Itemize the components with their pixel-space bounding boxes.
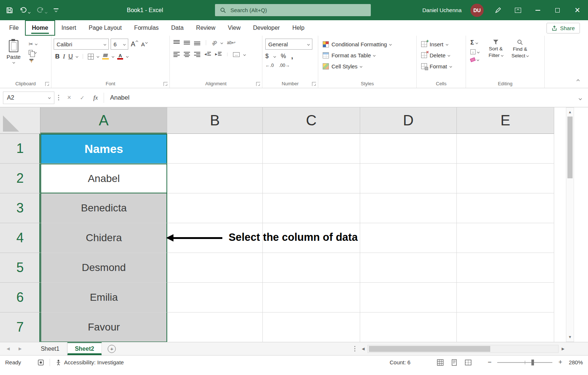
find-select-button[interactable]: Find & Select bbox=[508, 39, 532, 61]
increase-indent-button[interactable]: ▶ bbox=[215, 52, 222, 57]
row-header-6[interactable]: 6 bbox=[0, 283, 40, 312]
cell-C1[interactable] bbox=[263, 134, 360, 164]
column-header-D[interactable]: D bbox=[360, 107, 457, 134]
undo-button[interactable] bbox=[20, 7, 30, 13]
ribbon-tab-home[interactable]: Home bbox=[25, 20, 55, 36]
align-right-button[interactable] bbox=[194, 52, 200, 57]
maximize-button[interactable] bbox=[552, 5, 563, 16]
ribbon-tab-page-layout[interactable]: Page Layout bbox=[82, 20, 128, 36]
ribbon-tab-file[interactable]: File bbox=[3, 20, 25, 36]
ribbon-display-options-button[interactable] bbox=[512, 5, 523, 16]
cell-D7[interactable] bbox=[360, 312, 457, 342]
cut-button[interactable]: ✂ bbox=[29, 41, 37, 47]
ribbon-tab-insert[interactable]: Insert bbox=[55, 20, 82, 36]
cell-E7[interactable] bbox=[457, 312, 554, 342]
decrease-font-size-button[interactable]: A bbox=[140, 41, 148, 48]
row-header-4[interactable]: 4 bbox=[0, 223, 40, 253]
cell-A5[interactable]: Desmond bbox=[40, 253, 167, 283]
ribbon-tab-help[interactable]: Help bbox=[286, 20, 311, 36]
page-layout-view-button[interactable] bbox=[450, 358, 458, 367]
share-button[interactable]: Share bbox=[546, 23, 580, 33]
cell-E3[interactable] bbox=[457, 193, 554, 223]
horizontal-scrollbar-thumb[interactable] bbox=[369, 346, 490, 352]
column-header-C[interactable]: C bbox=[263, 107, 360, 134]
row-header-1[interactable]: 1 bbox=[0, 134, 40, 164]
cell-E4[interactable] bbox=[457, 223, 554, 253]
next-sheet-icon[interactable]: ▶ bbox=[18, 346, 21, 351]
row-header-7[interactable]: 7 bbox=[0, 312, 40, 342]
cell-C2[interactable] bbox=[263, 164, 360, 193]
increase-font-size-button[interactable]: A bbox=[130, 40, 139, 48]
cell-D1[interactable] bbox=[360, 134, 457, 164]
close-button[interactable]: × bbox=[572, 5, 583, 16]
cell-C6[interactable] bbox=[263, 283, 360, 312]
cell-D4[interactable] bbox=[360, 223, 457, 253]
zoom-out-button[interactable]: − bbox=[485, 358, 494, 366]
align-center-button[interactable] bbox=[184, 52, 190, 57]
bottom-align-button[interactable] bbox=[194, 40, 200, 45]
cell-A6[interactable]: Emilia bbox=[40, 283, 167, 312]
increase-decimal-button[interactable]: ←.0 bbox=[265, 63, 274, 68]
cell-B5[interactable] bbox=[167, 253, 263, 283]
insert-function-button[interactable]: fx bbox=[89, 94, 102, 101]
collapse-ribbon-button[interactable] bbox=[577, 77, 579, 83]
avatar[interactable]: DU bbox=[470, 4, 484, 17]
cell-D3[interactable] bbox=[360, 193, 457, 223]
orientation-button[interactable]: ab bbox=[212, 39, 217, 46]
scroll-right-icon[interactable]: ▶ bbox=[559, 347, 567, 351]
row-header-5[interactable]: 5 bbox=[0, 253, 40, 283]
column-header-A[interactable]: A bbox=[40, 107, 167, 134]
merge-center-button[interactable]: ↔ bbox=[233, 52, 240, 57]
copy-button[interactable] bbox=[29, 50, 37, 55]
cell-B3[interactable] bbox=[167, 193, 263, 223]
cell-B1[interactable] bbox=[167, 134, 263, 164]
font-size-select[interactable]: 6 bbox=[111, 39, 128, 50]
previous-sheet-icon[interactable]: ◀ bbox=[7, 346, 10, 351]
inking-button[interactable] bbox=[492, 5, 503, 16]
sheet-tab-sheet1[interactable]: Sheet1 bbox=[33, 342, 67, 355]
bold-button[interactable]: B bbox=[55, 53, 60, 60]
zoom-slider[interactable] bbox=[497, 362, 552, 363]
format-as-table-button[interactable]: Format as Table bbox=[323, 50, 414, 61]
italic-button[interactable]: I bbox=[63, 53, 65, 60]
delete-cells-button[interactable]: Delete bbox=[421, 50, 463, 61]
page-break-preview-button[interactable] bbox=[464, 359, 472, 366]
cell-A4[interactable]: Chidera bbox=[40, 223, 167, 253]
wrap-text-button[interactable]: ab↩ bbox=[227, 40, 235, 45]
comma-style-button[interactable]: , bbox=[291, 55, 293, 58]
format-painter-button[interactable] bbox=[29, 58, 37, 64]
cell-E6[interactable] bbox=[457, 283, 554, 312]
drag-handle[interactable] bbox=[58, 95, 59, 100]
top-align-button[interactable] bbox=[173, 40, 180, 45]
zoom-slider-thumb[interactable] bbox=[531, 360, 534, 365]
horizontal-scrollbar[interactable]: ◀ ▶ bbox=[351, 342, 588, 355]
cancel-button[interactable]: × bbox=[63, 94, 76, 101]
number-dialog-launcher[interactable] bbox=[312, 82, 316, 86]
enter-button[interactable]: ✓ bbox=[76, 94, 89, 101]
minimize-button[interactable] bbox=[532, 5, 543, 16]
sort-filter-button[interactable]: Sort & Filter bbox=[484, 39, 508, 61]
cell-E1[interactable] bbox=[457, 134, 554, 164]
cell-A7[interactable]: Favour bbox=[40, 312, 167, 342]
cell-B7[interactable] bbox=[167, 312, 263, 342]
ribbon-tab-data[interactable]: Data bbox=[165, 20, 190, 36]
scroll-down-icon[interactable]: ▼ bbox=[568, 333, 572, 342]
underline-button[interactable]: U bbox=[68, 53, 73, 60]
search-box[interactable]: Search (Alt+Q) bbox=[215, 4, 371, 16]
name-box[interactable]: A2 bbox=[3, 92, 54, 104]
redo-button[interactable] bbox=[37, 7, 47, 13]
cell-B6[interactable] bbox=[167, 283, 263, 312]
row-header-2[interactable]: 2 bbox=[0, 164, 40, 193]
accessibility-status[interactable]: Accessibility: Investigate bbox=[56, 359, 124, 365]
column-header-B[interactable]: B bbox=[167, 107, 263, 134]
align-left-button[interactable] bbox=[173, 52, 180, 57]
vertical-scrollbar-thumb[interactable] bbox=[567, 117, 573, 178]
scroll-up-icon[interactable]: ▲ bbox=[568, 108, 572, 117]
font-family-select[interactable]: Calibri bbox=[54, 39, 109, 50]
number-format-select[interactable]: General bbox=[265, 39, 312, 50]
column-header-E[interactable]: E bbox=[457, 107, 554, 134]
row-header-3[interactable]: 3 bbox=[0, 193, 40, 223]
autosum-button[interactable]: Σ bbox=[470, 40, 479, 46]
percent-style-button[interactable]: % bbox=[281, 53, 286, 60]
cell-E2[interactable] bbox=[457, 164, 554, 193]
